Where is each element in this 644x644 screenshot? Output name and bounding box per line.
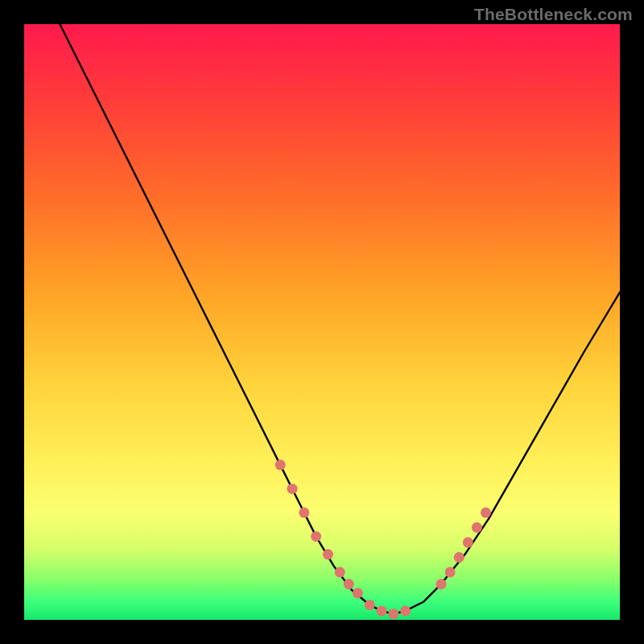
chart-frame: TheBottleneck.com [0,0,644,644]
highlight-dot [463,537,473,547]
highlight-dot [323,549,333,559]
bottleneck-curve [60,24,620,614]
highlight-dot [299,507,309,518]
plot-area [24,24,620,620]
highlight-dot [377,605,387,616]
highlight-dot [388,609,398,619]
highlight-dot [454,552,464,563]
highlight-dot [311,531,321,542]
highlight-dot [445,567,456,577]
curve-svg [24,24,620,620]
highlight-dot [344,579,354,589]
highlight-dot [287,484,298,494]
highlight-dot [365,600,375,610]
highlight-dots [275,460,491,619]
highlight-dot [472,522,482,533]
highlight-dot [436,579,447,589]
highlight-dot [400,605,411,616]
highlight-dot [353,588,363,598]
highlight-dot [481,507,491,518]
highlight-dot [335,567,345,577]
watermark-text: TheBottleneck.com [474,5,633,24]
highlight-dot [275,460,286,470]
